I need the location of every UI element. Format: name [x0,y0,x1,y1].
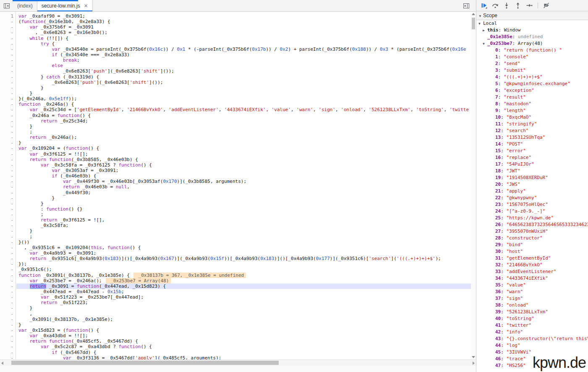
gutter-mark[interactable]: - [0,118,16,124]
gutter-mark[interactable]: - [0,74,16,80]
gutter-mark[interactable]: - [0,311,16,317]
gutter-mark[interactable]: - [0,245,16,250]
gutter-mark[interactable]: - [0,355,16,359]
gutter-mark[interactable]: - [0,184,16,190]
gutter-mark[interactable]: - [0,162,16,168]
file-tab-bar: (index)secure-low.min.js✕ [0,0,476,12]
code-line: , _0x6e8263 = _0x16e3b0(); [16,30,471,35]
gutter-mark[interactable]: - [0,267,16,272]
scope-local-row[interactable]: ▼Local [476,20,588,27]
gutter-mark[interactable]: - [0,317,16,322]
gutter-mark[interactable]: - [0,151,16,157]
scope-array-item: 14"POST" [476,141,588,148]
array-index: 31 [495,255,507,261]
gutter-mark[interactable]: - [0,19,16,24]
vertical-scrollbar[interactable] [471,12,476,359]
gutter-mark[interactable]: - [0,80,16,85]
gutter-mark[interactable]: - [0,157,16,162]
gutter-mark[interactable]: - [0,30,16,35]
gutter-mark[interactable]: - [0,96,16,101]
gutter-mark[interactable]: - [0,91,16,96]
gutter-mark[interactable]: - [0,179,16,184]
gutter-mark[interactable]: - [0,107,16,112]
gutter-mark[interactable]: - [0,101,16,107]
gutter-mark[interactable]: - [0,223,16,228]
scope-variable-_0x253be7[interactable]: ▼_0x253be7Array(48) [476,40,588,47]
resume-icon[interactable] [481,2,487,9]
gutter-mark[interactable]: - [0,217,16,223]
gutter-mark[interactable]: - [0,24,16,30]
gutter-mark[interactable]: - [0,344,16,349]
gutter-mark[interactable]: - [0,201,16,206]
gutter-mark[interactable]: - [0,338,16,344]
toggle-navigator-icon[interactable] [3,3,10,9]
step-icon[interactable] [526,2,533,9]
gutter-mark[interactable]: - [0,305,16,311]
gutter-mark[interactable]: - [0,36,16,41]
toggle-debugger-sidebar-icon[interactable] [463,3,470,9]
gutter-mark[interactable]: - [0,63,16,68]
gutter-mark[interactable]: - [0,206,16,212]
chevron-down-icon[interactable]: ▼ [483,41,487,47]
close-tab-icon[interactable]: ✕ [84,3,88,8]
gutter-mark[interactable]: - [0,273,16,278]
vertical-scrollbar-thumb[interactable] [472,18,475,29]
gutter-mark[interactable]: - [0,294,16,300]
scope-variable-this[interactable]: ▶thisWindow [476,27,588,34]
step-out-icon[interactable] [515,2,521,9]
gutter-mark[interactable]: - [0,68,16,74]
scope-tree: ▼Local ▶thisWindow_0x1e385eundefined▼_0x… [476,20,588,372]
gutter-mark[interactable]: - [0,85,16,91]
gutter-mark[interactable]: - [0,350,16,355]
gutter-mark[interactable]: - [0,129,16,135]
gutter-mark[interactable]: - [0,52,16,57]
gutter-mark[interactable]: - [0,239,16,245]
gutter-mark[interactable]: - [0,234,16,239]
gutter-mark[interactable]: - [0,135,16,140]
gutter-mark[interactable]: - [0,250,16,256]
chevron-down-icon[interactable]: ▼ [478,21,483,27]
scroll-up-arrow-icon[interactable] [472,13,475,15]
gutter-mark[interactable]: - [0,261,16,267]
gutter-mark[interactable]: - [0,195,16,201]
tab-index[interactable]: (index) [13,0,37,11]
tab-secure-low.min.js[interactable]: secure-low.min.js✕ [37,0,93,11]
scope-section-header[interactable]: ▼Scope [476,11,588,20]
code-lines[interactable]: var _0xafaf90 = _0x3091;(function(_0x16e… [16,12,471,359]
gutter-mark[interactable]: - [0,333,16,338]
scope-array-item: 22"@kwnypwny" [476,195,588,201]
scroll-left-arrow-icon[interactable] [1,362,3,365]
gutter-mark[interactable]: - [0,124,16,129]
step-over-icon[interactable] [492,2,499,9]
scroll-down-arrow-icon[interactable] [472,356,475,358]
deactivate-breakpoints-icon[interactable] [543,2,550,9]
gutter-mark[interactable]: - [0,113,16,118]
gutter-mark[interactable]: - [0,322,16,328]
horizontal-scrollbar-thumb[interactable] [11,361,279,365]
gutter-mark[interactable]: 1 [0,13,16,19]
horizontal-scrollbar[interactable] [0,359,476,366]
gutter-mark[interactable]: - [0,146,16,151]
gutter-mark[interactable]: - [0,212,16,217]
gutter-mark[interactable]: - [0,57,16,63]
gutter-mark[interactable]: - [0,173,16,179]
scroll-right-arrow-icon[interactable] [473,362,475,365]
step-into-icon[interactable] [503,2,510,9]
gutter-mark[interactable]: - [0,228,16,234]
chevron-right-icon[interactable]: ▶ [483,27,487,34]
gutter-mark[interactable]: - [0,256,16,261]
source-editor[interactable]: 1---------------------------------------… [0,12,476,359]
gutter-mark[interactable]: - [0,140,16,146]
array-index: 43 [495,336,507,341]
gutter-mark[interactable]: - [0,41,16,47]
gutter[interactable]: 1---------------------------------------… [0,12,16,359]
gutter-mark[interactable]: - [0,284,16,289]
gutter-mark[interactable]: - [0,47,16,52]
gutter-mark[interactable]: - [0,289,16,294]
gutter-mark[interactable]: - [0,278,16,284]
gutter-mark[interactable]: - [0,328,16,333]
gutter-mark[interactable]: - [0,168,16,173]
gutter-mark[interactable]: - [0,190,16,195]
gutter-mark[interactable]: - [0,300,16,305]
code-line: var _0x3c58fa = _0x3f6125 ? function() { [16,162,471,168]
